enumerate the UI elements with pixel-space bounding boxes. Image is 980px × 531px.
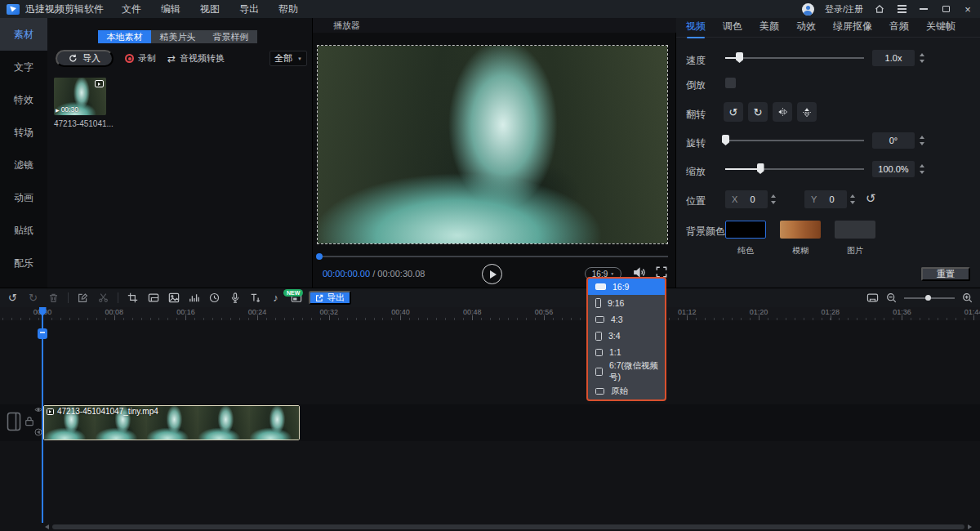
reverse-checkbox[interactable] xyxy=(725,78,736,88)
ratio-option-r3-4[interactable]: 3:4 xyxy=(588,328,665,344)
background-icon[interactable] xyxy=(167,292,180,304)
media-filter-dropdown[interactable]: 全部 ▼ xyxy=(270,51,307,66)
reset-button[interactable]: 重置 xyxy=(921,267,970,281)
track-lock-icon[interactable] xyxy=(24,416,34,426)
zoom-in-icon[interactable] xyxy=(961,292,973,304)
speed-slider[interactable] xyxy=(725,52,864,63)
record-button[interactable]: 录制 xyxy=(125,52,156,65)
menu-file[interactable]: 文件 xyxy=(122,2,141,16)
export-button[interactable]: 导出 xyxy=(309,291,351,305)
crop-icon[interactable] xyxy=(127,292,139,304)
close-icon[interactable]: × xyxy=(962,3,973,15)
timeline-marker[interactable] xyxy=(38,328,47,339)
ratio-option-original[interactable]: 原始 xyxy=(588,383,665,399)
home-icon[interactable] xyxy=(874,3,885,15)
rotate-right-button[interactable]: ↻ xyxy=(748,102,768,122)
background-swatch-blur[interactable] xyxy=(780,221,821,239)
sidebar-item-music[interactable]: 配乐 xyxy=(0,247,47,279)
menu-help[interactable]: 帮助 xyxy=(278,2,298,16)
horizontal-scrollbar[interactable] xyxy=(45,524,972,529)
rotate-slider[interactable] xyxy=(725,135,864,145)
background-swatch-solid[interactable] xyxy=(725,221,766,239)
ratio-shape-icon xyxy=(595,332,602,341)
scissors-icon[interactable] xyxy=(97,292,109,304)
scroll-left-icon[interactable] xyxy=(45,524,49,529)
menu-edit[interactable]: 编辑 xyxy=(161,2,180,16)
text-tool-icon[interactable] xyxy=(249,292,261,304)
seek-handle[interactable] xyxy=(316,253,323,260)
edit-icon[interactable] xyxy=(77,292,89,304)
login-register-link[interactable]: 登录/注册 xyxy=(825,3,863,16)
fit-timeline-icon[interactable] xyxy=(866,292,879,304)
position-x-stepper[interactable] xyxy=(769,190,777,208)
undo-icon[interactable]: ↺ xyxy=(7,292,19,304)
rotate-stepper[interactable] xyxy=(918,132,926,149)
canvas-ratio-icon[interactable] xyxy=(147,292,159,304)
speed-value[interactable]: 1.0x xyxy=(872,50,915,66)
position-x-input[interactable]: X 0 xyxy=(725,190,768,208)
position-y-input[interactable]: Y 0 xyxy=(804,190,847,208)
rotate-left-button[interactable]: ↺ xyxy=(724,102,743,122)
scale-stepper[interactable] xyxy=(918,161,926,177)
delete-icon[interactable] xyxy=(47,292,60,304)
scrollbar-thumb[interactable] xyxy=(52,524,964,529)
timeline-ruler[interactable]: 00:0000:0800:1600:2400:3200:4000:4800:56… xyxy=(0,307,980,320)
fullscreen-icon[interactable] xyxy=(656,266,667,278)
media-tab-samples[interactable]: 背景样例 xyxy=(204,30,257,43)
background-swatch-image[interactable] xyxy=(835,221,875,239)
sidebar-item-text[interactable]: 文字 xyxy=(0,51,47,83)
menu-icon[interactable] xyxy=(896,3,907,15)
rotate-slider-thumb[interactable] xyxy=(722,135,729,145)
properties-tab-audio[interactable]: 音频 xyxy=(889,20,909,35)
position-y-stepper[interactable] xyxy=(849,190,857,208)
timeline-zoom-slider[interactable] xyxy=(904,292,955,304)
minimize-icon[interactable] xyxy=(918,3,929,15)
sidebar-item-stickers[interactable]: 贴纸 xyxy=(0,214,47,247)
ratio-option-r4-3[interactable]: 4:3 xyxy=(588,311,665,328)
scale-value[interactable]: 100.0% xyxy=(872,161,915,177)
duration-clock-icon[interactable] xyxy=(208,292,220,304)
video-preview[interactable] xyxy=(317,45,668,244)
properties-tab-chroma[interactable]: 绿屏抠像 xyxy=(833,20,872,35)
properties-tab-color[interactable]: 调色 xyxy=(723,20,742,35)
ratio-option-r16-9[interactable]: 16:9 xyxy=(588,279,665,295)
sidebar-item-effects[interactable]: 特效 xyxy=(0,83,47,116)
speed-stepper[interactable] xyxy=(918,50,926,66)
redo-icon[interactable]: ↻ xyxy=(27,292,39,304)
flip-vertical-button[interactable] xyxy=(797,102,817,122)
restore-window-icon[interactable] xyxy=(940,3,951,15)
menu-view[interactable]: 视图 xyxy=(200,2,220,16)
media-tab-intro[interactable]: 精美片头 xyxy=(151,30,204,43)
properties-tab-beauty[interactable]: 美颜 xyxy=(760,20,779,35)
seek-bar[interactable] xyxy=(317,255,668,257)
zoom-slider-handle[interactable] xyxy=(925,295,931,301)
scroll-right-icon[interactable] xyxy=(968,524,972,529)
speed-slider-thumb[interactable] xyxy=(736,52,743,63)
menu-export[interactable]: 导出 xyxy=(239,2,259,16)
flip-horizontal-button[interactable] xyxy=(773,102,792,122)
rotate-value[interactable]: 0° xyxy=(872,132,915,149)
properties-tab-video[interactable]: 视频 xyxy=(686,20,706,35)
scale-slider-thumb[interactable] xyxy=(757,163,764,174)
scale-slider[interactable] xyxy=(725,163,864,174)
media-clip-thumbnail[interactable]: ▶00:30 xyxy=(54,78,106,115)
convert-button[interactable]: ⇄ 音视频转换 xyxy=(167,52,225,65)
music-note-icon[interactable]: ♪ xyxy=(270,292,282,304)
sidebar-item-filters[interactable]: 滤镜 xyxy=(0,149,47,181)
sidebar-item-material[interactable]: 素材 xyxy=(0,18,47,51)
reset-position-icon[interactable]: ↺ xyxy=(866,191,876,206)
ratio-option-r9-16[interactable]: 9:16 xyxy=(588,295,665,311)
sidebar-item-animation[interactable]: 动画 xyxy=(0,181,47,214)
microphone-icon[interactable] xyxy=(229,292,241,304)
ratio-option-r1-1[interactable]: 1:1 xyxy=(588,344,665,360)
properties-tab-keyframe[interactable]: 关键帧 xyxy=(926,20,956,35)
import-button[interactable]: 导入 xyxy=(56,50,114,67)
user-avatar[interactable] xyxy=(802,3,814,16)
sidebar-item-transitions[interactable]: 转场 xyxy=(0,116,47,149)
media-tab-local[interactable]: 本地素材 xyxy=(98,30,151,43)
audio-wave-icon[interactable] xyxy=(188,292,200,304)
properties-tab-motion[interactable]: 动效 xyxy=(796,20,816,35)
ratio-option-r6-7[interactable]: 6:7(微信视频号) xyxy=(588,360,665,383)
play-button[interactable] xyxy=(482,264,502,284)
zoom-out-icon[interactable] xyxy=(885,292,898,304)
